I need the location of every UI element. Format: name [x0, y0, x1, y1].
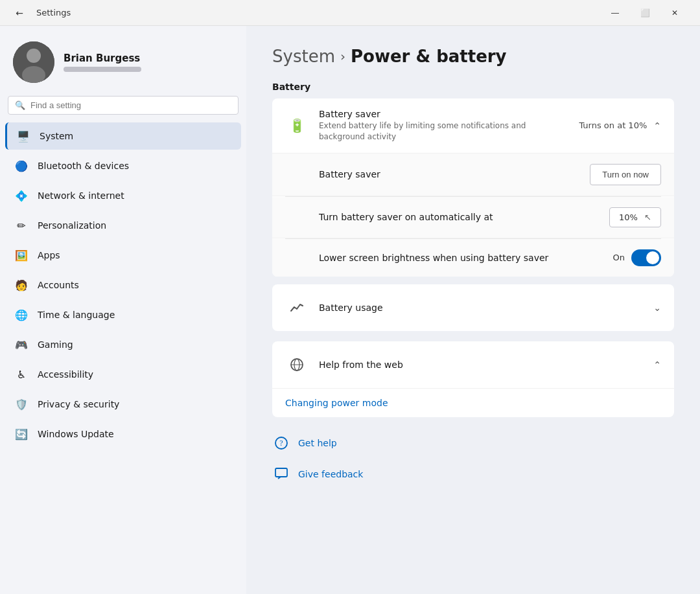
privacy-icon: 🛡️: [14, 397, 29, 411]
battery-threshold-row: Turn battery saver on automatically at 1…: [272, 197, 674, 238]
titlebar: ← Settings — ⬜ ✕: [0, 0, 700, 26]
search-box[interactable]: 🔍: [8, 96, 239, 115]
brightness-toggle-row: Lower screen brightness when using batte…: [272, 239, 674, 277]
battery-saver-subtitle: Extend battery life by limiting some not…: [319, 120, 568, 143]
sidebar-item-windows-update[interactable]: 🔄 Windows Update: [5, 420, 241, 448]
user-profile: Brian Burgess: [5, 36, 241, 93]
battery-threshold-label: Turn battery saver on automatically at: [319, 212, 599, 222]
brightness-label: Lower screen brightness when using batte…: [319, 253, 603, 263]
sidebar-item-label: Network & internet: [38, 190, 124, 201]
threshold-select[interactable]: 10% ↖: [609, 207, 661, 227]
breadcrumb-parent: System: [272, 47, 335, 66]
help-from-web-card: Help from the web ⌃ Changing power mode: [272, 341, 674, 417]
sidebar-item-label: Gaming: [38, 339, 73, 350]
turn-on-now-button[interactable]: Turn on now: [590, 164, 661, 185]
battery-usage-row[interactable]: Battery usage ⌄: [272, 284, 674, 331]
window-controls: — ⬜ ✕: [600, 3, 690, 23]
battery-saver-inner-label: Battery saver: [319, 169, 579, 179]
svg-point-1: [27, 49, 41, 63]
sidebar-item-apps[interactable]: 🖼️ Apps: [5, 242, 241, 269]
battery-usage-title: Battery usage: [319, 303, 643, 313]
help-header-row[interactable]: Help from the web ⌃: [272, 341, 674, 388]
breadcrumb-separator: ›: [340, 49, 345, 64]
svg-text:?: ?: [279, 439, 283, 448]
breadcrumb: System › Power & battery: [272, 47, 674, 66]
content-area: System › Power & battery Battery 🔋 Batte…: [246, 26, 700, 594]
battery-saver-icon: 🔋: [285, 114, 309, 137]
battery-saver-header-row[interactable]: 🔋 Battery saver Extend battery life by l…: [272, 98, 674, 154]
avatar: [13, 41, 54, 83]
sidebar-item-label: Accounts: [38, 280, 79, 290]
sidebar-item-accessibility[interactable]: ♿ Accessibility: [5, 361, 241, 388]
sidebar-item-label: Accessibility: [38, 369, 93, 380]
battery-saver-title: Battery saver: [319, 109, 568, 119]
windows-update-icon: 🔄: [14, 427, 29, 441]
accounts-icon: 🧑: [14, 278, 29, 292]
help-links-container: Changing power mode: [272, 388, 674, 417]
sidebar-item-accounts[interactable]: 🧑 Accounts: [5, 271, 241, 299]
minimize-button[interactable]: —: [600, 3, 630, 23]
battery-saver-card: 🔋 Battery saver Extend battery life by l…: [272, 98, 674, 277]
sidebar-item-label: Windows Update: [38, 429, 114, 439]
battery-section-title: Battery: [272, 82, 674, 92]
sidebar-item-privacy[interactable]: 🛡️ Privacy & security: [5, 391, 241, 418]
get-help-link[interactable]: Get help: [298, 438, 337, 448]
sidebar-item-label: Bluetooth & devices: [38, 161, 129, 171]
give-feedback-item: Give feedback: [272, 461, 674, 487]
user-name: Brian Burgess: [64, 52, 141, 64]
accessibility-icon: ♿: [14, 367, 29, 382]
give-feedback-link[interactable]: Give feedback: [298, 469, 363, 479]
battery-usage-icon: [285, 296, 309, 319]
footer-actions: ? Get help Give feedback: [272, 425, 674, 487]
sidebar-item-label: Personalization: [38, 220, 106, 231]
network-icon: 💠: [14, 188, 29, 203]
battery-saver-status: Turns on at 10%: [579, 120, 647, 130]
sidebar-item-gaming[interactable]: 🎮 Gaming: [5, 331, 241, 358]
sidebar: Brian Burgess 🔍 🖥️ System 🔵 Bluetooth & …: [0, 26, 246, 594]
sidebar-item-label: Privacy & security: [38, 399, 119, 409]
apps-icon: 🖼️: [14, 248, 29, 262]
svg-rect-8: [275, 468, 287, 477]
get-help-item: ? Get help: [272, 430, 674, 456]
sidebar-item-bluetooth[interactable]: 🔵 Bluetooth & devices: [5, 152, 241, 179]
brightness-toggle[interactable]: [631, 249, 661, 266]
sidebar-item-system[interactable]: 🖥️ System: [5, 122, 241, 150]
threshold-value: 10%: [619, 212, 638, 222]
titlebar-title: Settings: [36, 8, 592, 17]
personalization-icon: ✏️: [14, 218, 29, 233]
breadcrumb-current: Power & battery: [351, 47, 507, 66]
main-container: Brian Burgess 🔍 🖥️ System 🔵 Bluetooth & …: [0, 26, 700, 594]
help-title: Help from the web: [319, 360, 643, 370]
battery-usage-card[interactable]: Battery usage ⌄: [272, 284, 674, 331]
close-button[interactable]: ✕: [660, 3, 690, 23]
toggle-on-label: On: [613, 253, 625, 262]
sidebar-item-time[interactable]: 🌐 Time & language: [5, 301, 241, 328]
search-icon: 🔍: [15, 100, 25, 110]
gaming-icon: 🎮: [14, 337, 29, 352]
search-input[interactable]: [30, 100, 231, 110]
maximize-button[interactable]: ⬜: [630, 3, 660, 23]
help-icon: [285, 353, 309, 376]
sidebar-item-label: System: [40, 131, 73, 141]
sidebar-item-personalization[interactable]: ✏️ Personalization: [5, 212, 241, 239]
sidebar-item-network[interactable]: 💠 Network & internet: [5, 182, 241, 209]
help-chevron-up-icon[interactable]: ⌃: [653, 360, 661, 370]
back-button[interactable]: ←: [10, 4, 29, 22]
cursor-icon: ↖: [644, 212, 651, 222]
sidebar-item-label: Time & language: [38, 310, 115, 320]
changing-power-mode-link[interactable]: Changing power mode: [272, 389, 674, 417]
user-email-bar: [64, 67, 141, 72]
system-icon: 🖥️: [16, 129, 30, 143]
time-icon: 🌐: [14, 308, 29, 322]
battery-saver-turn-on-row: Battery saver Turn on now: [272, 154, 674, 196]
sidebar-item-label: Apps: [38, 250, 60, 260]
bluetooth-icon: 🔵: [14, 159, 29, 173]
chevron-up-icon[interactable]: ⌃: [653, 120, 661, 131]
get-help-icon: ?: [272, 434, 290, 452]
give-feedback-icon: [272, 465, 290, 483]
chevron-down-icon[interactable]: ⌄: [653, 303, 661, 313]
